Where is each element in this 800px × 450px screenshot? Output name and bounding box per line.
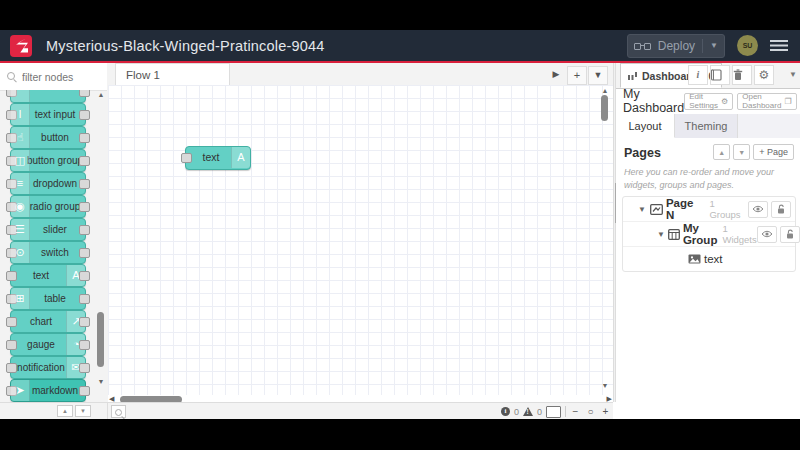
- lock-toggle[interactable]: [771, 201, 791, 218]
- node-port: [79, 225, 90, 235]
- node-palette: text inputIbutton☝button group◫dropdown≡…: [0, 63, 109, 402]
- scroll-up-icon[interactable]: ▲: [97, 91, 105, 98]
- palette-node-dropdown[interactable]: dropdown≡: [10, 172, 86, 195]
- zoom-in-button[interactable]: +: [600, 404, 611, 419]
- palette-node-text[interactable]: textA: [10, 264, 86, 287]
- node-port: [79, 271, 90, 281]
- external-link-icon: ❐: [784, 97, 791, 106]
- canvas-vertical-scrollbar[interactable]: ▲ ▼: [600, 85, 610, 395]
- dashboard-title: My Dashboard: [623, 87, 684, 115]
- canvas-grid[interactable]: text A: [108, 85, 613, 395]
- eye-icon: [761, 230, 773, 238]
- palette-node-gauge[interactable]: gauge◔: [10, 333, 86, 356]
- palette-filter-input[interactable]: [0, 63, 107, 90]
- move-down-button[interactable]: ▼: [733, 144, 750, 160]
- page-icon: [650, 204, 663, 215]
- sidebar-tabs-chevron-icon[interactable]: ▼: [789, 70, 797, 79]
- tree-row-group[interactable]: ▼ My Group 1 Widgets: [623, 222, 795, 247]
- lock-toggle[interactable]: [780, 226, 800, 243]
- warning-count: 0: [537, 407, 542, 417]
- tab-config[interactable]: ⚙: [754, 65, 774, 85]
- pages-tree: ▼ Page N 1 Groups: [622, 196, 796, 272]
- canvas-vscroll-thumb[interactable]: [601, 95, 608, 121]
- chevron-down-icon[interactable]: ▼: [637, 205, 647, 214]
- zoom-out-button[interactable]: −: [570, 404, 581, 419]
- switch-icon: ⊙: [11, 242, 30, 263]
- flow-list-chevron-icon[interactable]: ▼: [588, 66, 608, 85]
- palette-node-slider[interactable]: slider☰: [10, 218, 86, 241]
- deploy-button[interactable]: Deploy ▼: [627, 34, 725, 58]
- flow-canvas: Flow 1 ▶ + ▼ text A ▲ ▼ ◀ ▶: [108, 63, 613, 419]
- navigator-toggle-icon[interactable]: [546, 406, 561, 418]
- scroll-down-icon[interactable]: ▼: [97, 378, 105, 385]
- node-port: [79, 179, 90, 189]
- node-port: [79, 90, 90, 97]
- visibility-toggle[interactable]: [748, 201, 768, 218]
- palette-node-text-input[interactable]: text inputI: [10, 103, 86, 126]
- node-port: [79, 202, 90, 212]
- gear-icon: ⚙: [759, 68, 770, 82]
- chevron-down-icon[interactable]: ▼: [657, 230, 665, 239]
- palette-node-chart[interactable]: chart↗: [10, 310, 86, 333]
- node-port: [79, 386, 90, 396]
- palette-node-table[interactable]: table⊞: [10, 287, 86, 310]
- image-icon: [688, 254, 701, 264]
- visibility-toggle[interactable]: [757, 226, 777, 243]
- canvas-node-text[interactable]: text A: [185, 146, 251, 170]
- deploy-options-chevron-icon[interactable]: ▼: [710, 41, 718, 50]
- scroll-down-icon[interactable]: ▼: [601, 382, 609, 389]
- search-icon: [115, 409, 122, 416]
- tab-layout[interactable]: Layout: [616, 114, 675, 138]
- expand-categories-button[interactable]: ▼: [75, 405, 91, 417]
- button-icon: ☝: [11, 127, 30, 148]
- palette-node-notification[interactable]: notification✉: [10, 356, 86, 379]
- unlock-icon: [785, 229, 795, 239]
- search-flows-button[interactable]: [111, 405, 126, 418]
- scroll-up-icon[interactable]: ▲: [601, 87, 609, 94]
- node-icon: [11, 90, 30, 102]
- palette-scroll-thumb[interactable]: [97, 312, 104, 367]
- tab-debug[interactable]: [732, 65, 752, 85]
- tab-theming[interactable]: Theming: [675, 114, 738, 138]
- info-count: 0: [514, 407, 519, 417]
- tab-info[interactable]: i: [688, 65, 708, 85]
- zoom-reset-button[interactable]: ○: [585, 404, 596, 419]
- flow-tab[interactable]: Flow 1: [115, 63, 230, 85]
- open-panel-icon[interactable]: ▶: [547, 66, 565, 83]
- bar-chart-icon: [628, 71, 638, 80]
- add-flow-button[interactable]: +: [567, 66, 587, 85]
- palette-scrollbar[interactable]: ▲ ▼: [96, 90, 106, 402]
- node-port: [79, 294, 90, 304]
- collapse-categories-button[interactable]: ▲: [57, 405, 73, 417]
- palette-node-markdown[interactable]: markdown➤: [10, 379, 86, 402]
- trash-icon: [733, 69, 743, 81]
- tree-row-page[interactable]: ▼ Page N 1 Groups: [623, 197, 795, 222]
- main-menu-icon[interactable]: [770, 40, 788, 52]
- pages-panel: Pages ▲ ▼ + Page Here you can re-order a…: [616, 138, 800, 419]
- search-icon: [7, 72, 15, 80]
- book-icon: [711, 69, 722, 81]
- user-avatar[interactable]: SU: [737, 35, 758, 56]
- palette-node-button[interactable]: button☝: [10, 126, 86, 149]
- pages-help-text: Here you can re-order and move your widg…: [624, 166, 790, 192]
- tree-row-widget[interactable]: text: [623, 247, 795, 271]
- button group-icon: ◫: [11, 150, 30, 171]
- dashboard-header-row: My Dashboard Edit Settings ⚙ Open Dashbo…: [616, 88, 800, 115]
- palette-node-switch[interactable]: switch⊙: [10, 241, 86, 264]
- status-bar: ▲ ▼ i 0 0 − ○ +: [0, 402, 800, 419]
- instance-title: Mysterious-Black-Winged-Pratincole-9044: [46, 38, 325, 54]
- move-up-button[interactable]: ▲: [713, 144, 730, 160]
- node-port: [79, 317, 90, 327]
- open-dashboard-button[interactable]: Open Dashboard ❐: [737, 93, 796, 110]
- workspace: text inputIbutton☝button group◫dropdown≡…: [0, 63, 800, 419]
- deploy-label: Deploy: [658, 39, 695, 53]
- right-sidebar: Dashboard 2.0 i: [616, 63, 800, 419]
- tab-help[interactable]: [710, 65, 730, 85]
- eye-icon: [752, 205, 764, 213]
- palette-node-partial[interactable]: [10, 90, 86, 103]
- edit-settings-button[interactable]: Edit Settings ⚙: [684, 93, 733, 110]
- add-page-button[interactable]: + Page: [753, 144, 794, 160]
- palette-node-button-group[interactable]: button group◫: [10, 149, 86, 172]
- palette-node-radio-group[interactable]: radio group◉: [10, 195, 86, 218]
- info-icon: i: [697, 69, 700, 80]
